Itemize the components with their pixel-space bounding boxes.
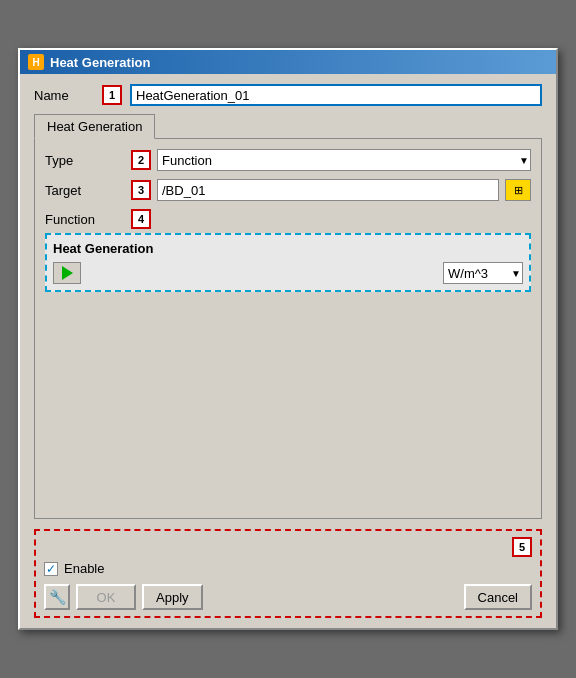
enable-checkbox[interactable]: ✓: [44, 562, 58, 576]
dialog-title: Heat Generation: [50, 55, 150, 70]
name-label: Name: [34, 88, 94, 103]
target-row: Target 3 ⊞: [45, 179, 531, 201]
function-inner: Heat Generation W/m^3 W/m^2 W: [45, 233, 531, 292]
apply-button[interactable]: Apply: [142, 584, 203, 610]
function-play-button[interactable]: [53, 262, 81, 284]
function-controls: W/m^3 W/m^2 W ▼: [53, 262, 523, 284]
badge-5-wrapper: 5: [44, 537, 532, 557]
name-row: Name 1: [34, 84, 542, 106]
title-bar-icon: H: [28, 54, 44, 70]
play-icon: [62, 266, 73, 280]
type-select-wrapper: Function Constant Table ▼: [157, 149, 531, 171]
enable-row: ✓ Enable: [44, 561, 532, 576]
heat-generation-dialog: H Heat Generation Name 1 Heat Generation…: [18, 48, 558, 630]
badge-2: 2: [131, 150, 151, 170]
enable-label: Enable: [64, 561, 104, 576]
unit-select[interactable]: W/m^3 W/m^2 W: [443, 262, 523, 284]
target-label: Target: [45, 183, 125, 198]
badge-1: 1: [102, 85, 122, 105]
buttons-row: 🔧 OK Apply Cancel: [44, 584, 532, 610]
name-input[interactable]: [130, 84, 542, 106]
ok-button[interactable]: OK: [76, 584, 136, 610]
function-section: Function 4 Heat Generation W/m^3 W/m^: [45, 209, 531, 292]
title-bar: H Heat Generation: [20, 50, 556, 74]
function-label: Function: [45, 212, 125, 227]
type-row: Type 2 Function Constant Table ▼: [45, 149, 531, 171]
cancel-button[interactable]: Cancel: [464, 584, 532, 610]
unit-select-wrapper: W/m^3 W/m^2 W ▼: [443, 262, 523, 284]
bottom-section: 5 ✓ Enable 🔧 OK Apply Cancel: [34, 529, 542, 618]
badge-3: 3: [131, 180, 151, 200]
badge-5: 5: [512, 537, 532, 557]
target-browse-button[interactable]: ⊞: [505, 179, 531, 201]
tab-heat-generation[interactable]: Heat Generation: [34, 114, 155, 139]
badge-4: 4: [131, 209, 151, 229]
tab-content: Type 2 Function Constant Table ▼ Target …: [34, 139, 542, 519]
type-label: Type: [45, 153, 125, 168]
function-inner-header: Heat Generation: [53, 241, 523, 256]
tab-strip: Heat Generation: [34, 114, 542, 139]
type-select[interactable]: Function Constant Table: [157, 149, 531, 171]
function-label-row: Function 4: [45, 209, 531, 229]
wrench-button[interactable]: 🔧: [44, 584, 70, 610]
target-input[interactable]: [157, 179, 499, 201]
dialog-body: Name 1 Heat Generation Type 2 Function C…: [20, 74, 556, 628]
